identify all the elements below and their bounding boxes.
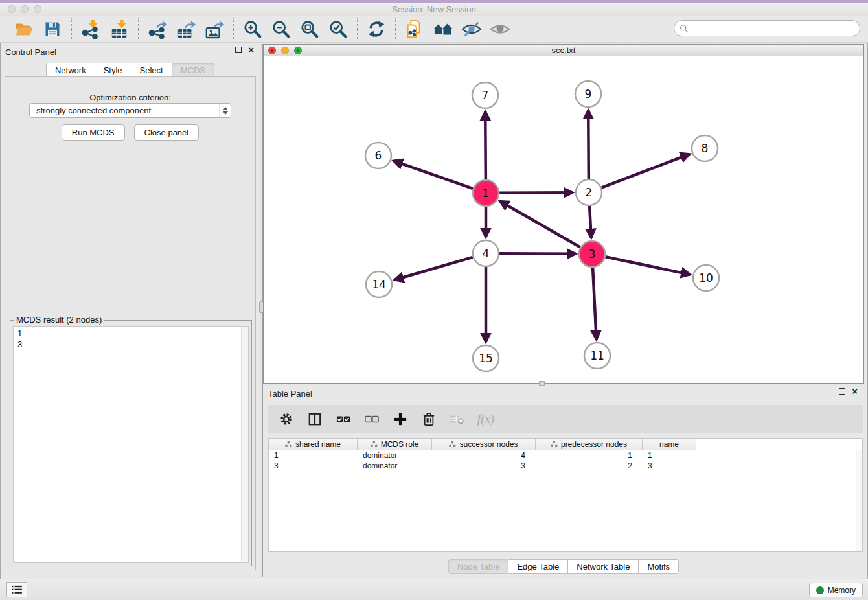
graph-node-label-1: 1 <box>483 187 490 200</box>
graph-edge-4-14[interactable] <box>394 257 473 280</box>
memory-button[interactable]: Memory <box>809 583 863 597</box>
column-header-successor-nodes[interactable]: successor nodes <box>432 439 536 450</box>
column-header-predecessor-nodes[interactable]: predecessor nodes <box>536 439 643 450</box>
column-header-mcds-role[interactable]: MCDS role <box>358 439 432 450</box>
add-column-button[interactable] <box>391 410 409 428</box>
duplicate-network-icon <box>405 19 424 39</box>
network-canvas[interactable]: 7968124314101511 <box>264 56 863 383</box>
network-zoom-button[interactable]: + <box>294 47 302 54</box>
graph-edge-3-10[interactable] <box>606 257 691 275</box>
graph-edge-3-1[interactable] <box>500 201 580 247</box>
open-session-button[interactable] <box>13 18 35 40</box>
duplicate-network-button[interactable] <box>404 18 426 40</box>
network-view-window: × − + scc.txt 7968124314101511 <box>263 44 864 384</box>
import-table-button[interactable] <box>108 18 130 40</box>
zoom-in-button[interactable] <box>242 18 264 40</box>
list-icon <box>11 585 23 594</box>
graph-edge-1-2[interactable] <box>499 192 573 193</box>
tab-network[interactable]: Network <box>46 63 95 78</box>
mcds-result-scrollbar[interactable] <box>241 327 248 562</box>
tab-motifs[interactable]: Motifs <box>638 559 679 574</box>
graph-edge-1-6[interactable] <box>394 161 474 189</box>
sort-hierarchy-icon <box>449 441 456 448</box>
network-minimize-button[interactable]: − <box>281 47 289 54</box>
tab-node-table[interactable]: Node Table <box>448 559 509 574</box>
close-panel-button[interactable]: Close panel <box>134 124 200 141</box>
delete-column-button[interactable] <box>420 410 438 428</box>
close-table-panel-icon[interactable]: × <box>852 388 858 395</box>
export-image-button[interactable] <box>203 18 225 40</box>
header-filler <box>696 439 862 450</box>
mcds-result-textarea[interactable]: 1 3 <box>13 326 249 563</box>
run-mcds-button[interactable]: Run MCDS <box>62 124 125 141</box>
import-network-button[interactable] <box>80 18 102 40</box>
table-type-tabs: Node TableEdge TableNetwork TableMotifs <box>263 559 864 574</box>
close-panel-icon[interactable]: × <box>248 47 254 53</box>
zoom-out-button[interactable] <box>270 18 292 40</box>
select-all-rows-button[interactable] <box>334 410 352 428</box>
table-cell[interactable]: 1 <box>536 450 643 461</box>
table-cell[interactable]: dominator <box>358 461 432 471</box>
show-columns-button[interactable] <box>306 410 324 428</box>
table-cell[interactable]: 1 <box>269 450 358 461</box>
float-panel-icon[interactable] <box>235 47 242 53</box>
table-cell[interactable]: 1 <box>643 450 696 461</box>
table-settings-button[interactable] <box>277 410 295 428</box>
graph-edge-2-9[interactable] <box>588 110 589 179</box>
optimization-criterion-select[interactable]: strongly connected component <box>29 103 231 118</box>
open-folder-icon <box>14 19 34 39</box>
app-window-controls[interactable] <box>8 5 41 13</box>
tab-select[interactable]: Select <box>131 63 172 78</box>
network-window-titlebar[interactable]: × − + scc.txt <box>264 45 863 56</box>
graph-edge-2-8[interactable] <box>602 154 690 188</box>
tab-mcds[interactable]: MCDS <box>172 63 214 78</box>
refresh-view-button[interactable] <box>365 18 387 40</box>
table-cell[interactable]: 4 <box>432 450 536 461</box>
table-row[interactable]: 3dominator323 <box>269 461 862 471</box>
horizontal-split-handle[interactable] <box>539 381 545 386</box>
table-cell[interactable]: 3 <box>432 461 536 471</box>
minimize-window-button[interactable] <box>21 5 29 13</box>
tab-network-table[interactable]: Network Table <box>567 559 639 574</box>
save-session-button[interactable] <box>41 18 63 40</box>
show-all-button[interactable] <box>489 18 511 40</box>
hide-selected-button[interactable] <box>461 18 483 40</box>
graph-edge-1-7[interactable] <box>485 111 486 179</box>
deselect-all-rows-button[interactable] <box>363 410 381 428</box>
column-header-shared-name[interactable]: shared name <box>269 439 358 450</box>
control-panel-header: Control Panel × <box>0 44 260 60</box>
column-header-name[interactable]: name <box>643 439 696 450</box>
table-toolbar: f(x) <box>268 405 863 433</box>
column-header-label: MCDS role <box>381 440 419 449</box>
search-field[interactable] <box>674 20 860 36</box>
float-table-panel-icon[interactable] <box>839 388 845 395</box>
export-table-button[interactable] <box>175 18 197 40</box>
export-network-button[interactable] <box>146 18 168 40</box>
table-cell[interactable]: 2 <box>536 461 643 471</box>
tab-edge-table[interactable]: Edge Table <box>508 559 568 574</box>
app-titlebar[interactable]: Session: New Session <box>0 3 868 16</box>
first-neighbors-button[interactable] <box>432 18 454 40</box>
graph-edge-4-3[interactable] <box>499 253 576 254</box>
table-row[interactable]: 1dominator411 <box>269 450 862 461</box>
graph-node-label-6: 6 <box>375 149 382 162</box>
control-panel: Control Panel × NetworkStyleSelectMCDS O… <box>0 44 260 577</box>
network-close-button[interactable]: × <box>268 47 276 54</box>
zoom-window-button[interactable] <box>34 5 41 13</box>
table-cell[interactable]: 3 <box>269 461 358 471</box>
control-panel-tabs: NetworkStyleSelectMCDS <box>0 63 260 78</box>
graph-node-label-3: 3 <box>589 248 596 260</box>
graph-edge-2-3[interactable] <box>589 206 591 238</box>
task-history-button[interactable] <box>6 582 27 597</box>
graph-edge-3-11[interactable] <box>593 268 597 340</box>
table-cell[interactable]: 3 <box>643 461 696 471</box>
table-cell[interactable]: dominator <box>358 450 432 461</box>
gear-icon <box>279 412 293 426</box>
table-scrollbar[interactable] <box>856 450 862 551</box>
zoom-fit-button[interactable] <box>299 18 321 40</box>
search-input[interactable] <box>692 23 854 33</box>
zoom-selected-button[interactable] <box>327 18 349 40</box>
tab-style[interactable]: Style <box>95 63 131 78</box>
close-window-button[interactable] <box>8 5 16 13</box>
graph-node-label-4: 4 <box>483 247 490 260</box>
